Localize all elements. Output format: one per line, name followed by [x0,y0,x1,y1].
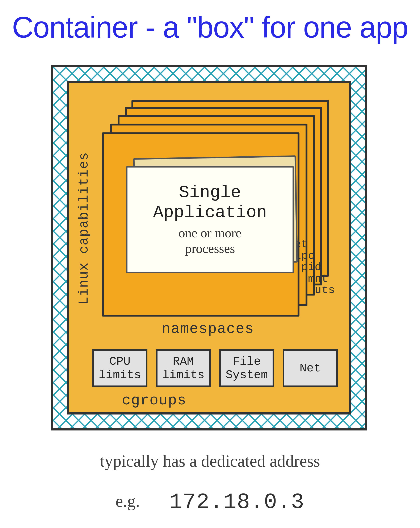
cgroup-item: RAM limits [156,349,211,387]
cgroups-label: cgroups [122,392,186,409]
cgroups-row: CPU limits RAM limits File System Net [92,349,338,387]
cgroup-item: CPU limits [92,349,148,387]
footer-line-1: typically has a dedicated address [0,452,420,471]
namespace-item: pid [288,262,335,273]
page-title: Container - a "box" for one app [0,0,420,45]
app-card: Single Application one or more processes [126,166,294,273]
container-outer-box: Linux capabilities net ipc pid mnt uts S… [51,65,367,431]
cgroup-item: Net [283,349,338,387]
footer-line-2: e.g. 172.18.0.3 [0,490,420,515]
namespaces-label: namespaces [162,321,254,337]
linux-capabilities-label: Linux capabilities [76,132,91,325]
app-title: Single Application [153,183,267,223]
footer-ip: 172.18.0.3 [169,490,305,515]
cgroup-item: File System [219,349,274,387]
namespace-item: uts [288,285,335,296]
footer-eg-label: e.g. [115,492,140,510]
container-body: Linux capabilities net ipc pid mnt uts S… [67,81,351,415]
app-subtitle: one or more processes [179,225,241,256]
namespace-item: mnt [288,273,335,285]
